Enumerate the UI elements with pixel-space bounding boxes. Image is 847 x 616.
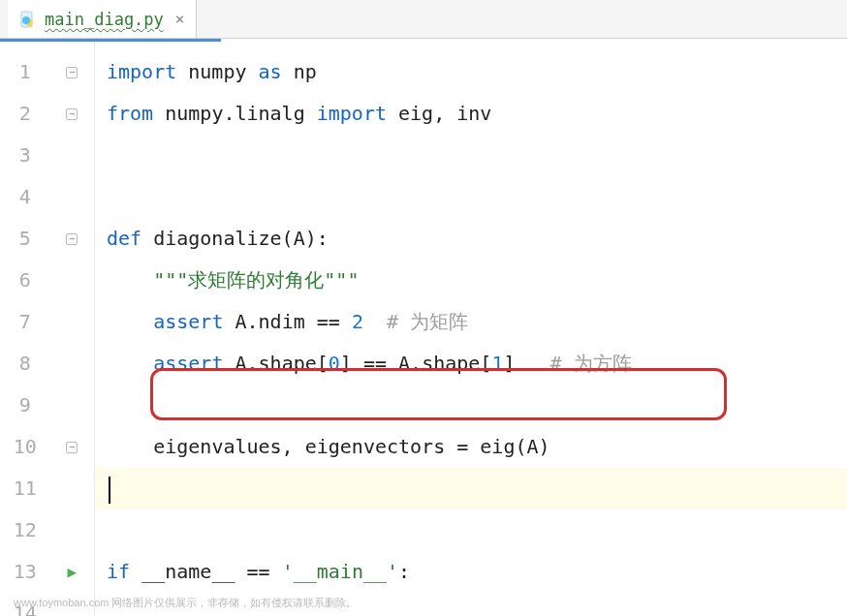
fold-toggle-icon[interactable]: − [66, 442, 78, 453]
code-area[interactable]: import numpy as np from numpy.linalg imp… [95, 42, 847, 616]
code-line: """求矩阵的对角化""" [107, 260, 847, 301]
tab-filename: main_diag.py [45, 10, 164, 29]
line-number[interactable]: 2 [0, 93, 49, 135]
fold-column: − − − − ▶ [49, 51, 94, 616]
line-numbers: 1 2 3 4 5 6 7 8 9 10 11 12 13 14 [0, 51, 49, 616]
code-line: assert A.shape[0] == A.shape[1] # 为方阵 [107, 343, 847, 385]
line-number[interactable]: 7 [0, 301, 49, 343]
line-number[interactable]: 8 [0, 343, 49, 385]
line-number[interactable]: 9 [0, 385, 49, 426]
gutter: 1 2 3 4 5 6 7 8 9 10 11 12 13 14 − − − − [0, 42, 95, 616]
code-line [107, 176, 847, 218]
line-number[interactable]: 11 [0, 468, 49, 509]
code-line: import numpy as np [107, 51, 847, 93]
file-tab[interactable]: main_diag.py × [8, 0, 197, 38]
svg-point-2 [22, 16, 30, 24]
line-number[interactable]: 3 [0, 135, 49, 176]
tab-bar: main_diag.py × [0, 0, 847, 39]
code-line: eigenvalues, eigenvectors = eig(A) [107, 426, 847, 468]
code-line: def diagonalize(A): [107, 218, 847, 260]
python-file-icon [19, 11, 37, 28]
line-number[interactable]: 6 [0, 260, 49, 301]
line-number[interactable]: 10 [0, 426, 49, 468]
run-icon[interactable]: ▶ [67, 563, 77, 581]
editor: 1 2 3 4 5 6 7 8 9 10 11 12 13 14 − − − − [0, 42, 847, 616]
code-line [107, 385, 847, 426]
code-line [107, 509, 847, 551]
fold-toggle-icon[interactable]: − [66, 108, 78, 120]
fold-toggle-icon[interactable]: − [66, 67, 78, 78]
code-line: if __name__ == '__main__': [107, 551, 847, 593]
cursor-line [95, 468, 847, 509]
close-icon[interactable]: × [175, 10, 185, 28]
code-line [107, 135, 847, 176]
line-number[interactable]: 1 [0, 51, 49, 93]
line-number[interactable]: 13 [0, 551, 49, 593]
code-line: from numpy.linalg import eig, inv [107, 93, 847, 135]
fold-toggle-icon[interactable]: − [66, 233, 78, 245]
line-number[interactable]: 5 [0, 218, 49, 260]
watermark: www.toymoban.com 网络图片仅供展示，非存储，如有侵权请联系删除。 [14, 596, 357, 610]
line-number[interactable]: 12 [0, 509, 49, 551]
line-number[interactable]: 4 [0, 176, 49, 218]
code-line: assert A.ndim == 2 # 为矩阵 [107, 301, 847, 343]
text-cursor [109, 477, 110, 504]
